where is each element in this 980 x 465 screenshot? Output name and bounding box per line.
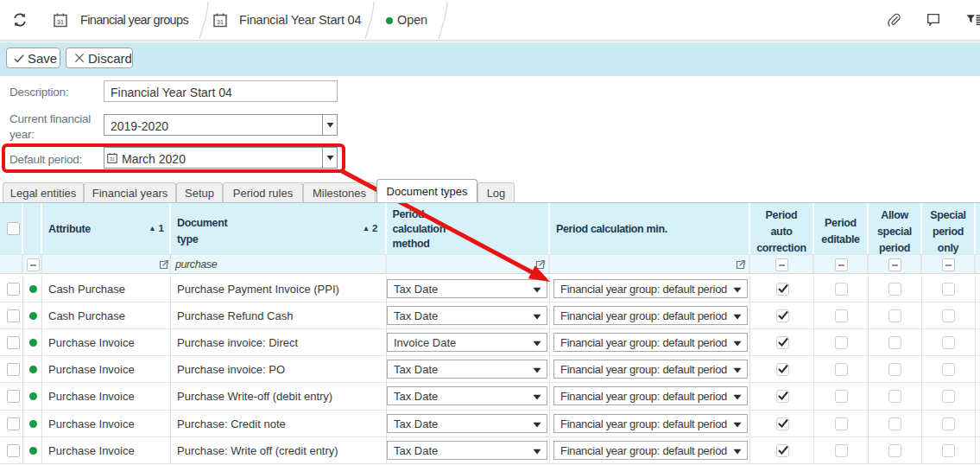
svg-text:31: 31 xyxy=(217,19,224,25)
svg-text:31: 31 xyxy=(57,19,64,25)
